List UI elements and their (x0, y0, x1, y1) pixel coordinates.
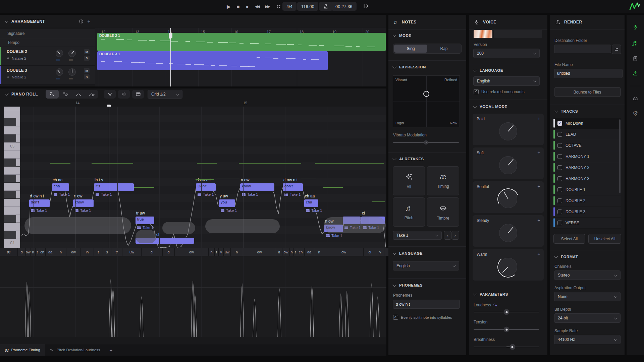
phoneme-cell[interactable]: n (55, 248, 66, 256)
track-checkbox[interactable] (557, 143, 562, 148)
browse-folder-button[interactable] (612, 45, 621, 54)
select-all-button[interactable]: Select All (553, 234, 585, 244)
lane-tab-phoneme-timing[interactable]: æPhoneme Timing (0, 344, 45, 356)
piano-key-as4[interactable] (4, 159, 20, 167)
mute-button[interactable]: M (84, 68, 90, 73)
phoneme-cell[interactable]: n (231, 248, 243, 256)
track-volume-knob[interactable] (56, 68, 63, 76)
phoneme-cell[interactable]: ow (324, 248, 363, 256)
phoneme-cell[interactable]: n (290, 248, 293, 256)
phoneme-cell[interactable]: y (219, 248, 223, 256)
split-syllables-checkbox[interactable] (393, 315, 398, 320)
track-checkbox[interactable] (557, 165, 562, 170)
render-track-row-octave[interactable]: OCTAVE (553, 140, 621, 151)
relaxed-consonants-checkbox[interactable] (474, 89, 479, 94)
midi-note[interactable]: true (136, 217, 154, 224)
mode-collapse-icon[interactable] (392, 33, 396, 37)
fast-forward-button[interactable]: ▶▶ (265, 5, 270, 8)
metronome-toggle-icon[interactable] (319, 2, 333, 11)
arrangement-timeline[interactable]: 121314151617181920DOUBLE 2 1DOUBLE 3 1 (95, 28, 386, 86)
phoneme-cell[interactable]: uw (122, 248, 141, 256)
bit-depth-select[interactable]: 24-bit (554, 313, 621, 323)
arrangement-track-header[interactable]: DOUBLE 2Natalie 2ılılılılMS (0, 47, 95, 66)
phoneme-cell[interactable]: t (36, 248, 39, 256)
relaxed-consonants-row[interactable]: Use relaxed consonants (474, 89, 525, 94)
midi-note[interactable]: know (73, 199, 94, 207)
xy-pad-handle[interactable] (423, 91, 429, 97)
vocal-mode-add-icon[interactable]: + (537, 149, 540, 155)
phoneme-cell[interactable]: uw (224, 248, 230, 256)
track-checkbox[interactable] (557, 176, 562, 181)
slider-handle[interactable] (509, 344, 515, 350)
render-track-row-mix-down[interactable]: Mix Down (553, 118, 621, 129)
track-checkbox[interactable] (557, 221, 562, 225)
take-label[interactable]: Take 1 (31, 208, 47, 213)
piano-key-cs4[interactable] (4, 231, 20, 239)
unselect-all-button[interactable]: Unselect All (588, 234, 621, 244)
vibrato-modulation-slider[interactable] (393, 142, 459, 143)
take-select[interactable]: Take 1 (393, 231, 442, 240)
phoneme-cell[interactable]: d (18, 248, 25, 256)
piano-key-g4[interactable] (4, 183, 20, 191)
cloud-sync-icon[interactable] (632, 96, 638, 102)
retake-timbre-button[interactable]: Timbre (427, 197, 459, 227)
vocal-mode-add-icon[interactable]: + (537, 183, 540, 189)
piano-key-ds5[interactable] (4, 118, 20, 126)
add-lane-icon[interactable]: + (110, 347, 113, 353)
phoneme-cell[interactable]: n (314, 248, 324, 256)
vocal-mode-add-icon[interactable]: + (537, 217, 540, 223)
format-collapse-icon[interactable] (554, 254, 558, 258)
piano-key-ds4[interactable] (4, 215, 20, 223)
vocal-mode-knob[interactable] (499, 156, 517, 174)
piano-key-e4[interactable] (4, 207, 20, 215)
add-track-icon[interactable]: + (87, 18, 90, 24)
track-checkbox[interactable] (557, 154, 562, 159)
take-label[interactable]: Take 1 (74, 208, 91, 213)
midi-note[interactable]: don't (283, 183, 303, 191)
vocal-mode-add-icon[interactable]: + (537, 116, 540, 121)
track-voice[interactable]: Natalie 2 (6, 56, 26, 60)
stop-button[interactable]: ■ (237, 4, 240, 9)
voice-language-select[interactable]: English (473, 76, 540, 86)
arrangement-track-header[interactable]: DOUBLE 3Natalie 2ılılılılMS (0, 66, 95, 84)
take-label[interactable]: Take 1 (241, 192, 258, 196)
arrangement-collapse-icon[interactable] (5, 19, 8, 22)
retake-film-tool[interactable] (132, 90, 144, 99)
note-canvas[interactable]: d ow n tdon'tTake 1ch aachaTake 1n owkno… (20, 107, 386, 248)
mode-option-rap[interactable]: Rap (427, 45, 461, 53)
take-label[interactable]: Take 1 (284, 192, 301, 196)
midi-note[interactable]: Don't (196, 183, 216, 191)
render-track-row-double-3[interactable]: DOUBLE 3 (553, 206, 621, 218)
phoneme-cell[interactable]: cl (364, 248, 376, 256)
vocal-mode-bold[interactable]: Bold+ (473, 114, 544, 145)
slider-handle[interactable] (504, 309, 509, 315)
render-track-row-harmony-2[interactable]: HARMONY 2 (553, 162, 621, 173)
solo-button[interactable]: S (84, 56, 90, 61)
render-track-row-double-1[interactable]: DOUBLE 1 (553, 184, 621, 195)
record-button[interactable]: ● (246, 4, 249, 9)
phoneme-cell[interactable]: t (294, 248, 297, 256)
curve-draw-tool[interactable] (85, 90, 98, 99)
expression-xy-pad[interactable]: Vibrant Refined Rigid Raw (393, 75, 460, 127)
phoneme-cell[interactable]: aa (46, 248, 55, 256)
piano-key-a4[interactable] (4, 167, 20, 175)
phoneme-cell[interactable]: cl (142, 248, 162, 256)
channels-select[interactable]: Stereo (554, 270, 621, 280)
play-button[interactable]: ▶ (227, 4, 231, 9)
vocal-mode-knob[interactable] (499, 190, 517, 208)
vocal-mode-collapse-icon[interactable] (473, 104, 477, 108)
loop-button[interactable] (276, 4, 281, 9)
vocal-mode-warm[interactable]: Warm+ (473, 249, 544, 281)
phonemes-collapse-icon[interactable] (392, 283, 396, 287)
render-upload-icon[interactable] (632, 70, 638, 76)
phoneme-cell[interactable]: d (276, 248, 282, 256)
phoneme-cell[interactable]: t (94, 248, 103, 256)
piano-keys[interactable]: C5C4 (4, 107, 20, 248)
select-tool[interactable] (46, 90, 59, 99)
track-checkbox[interactable] (557, 187, 562, 192)
track-pan-knob[interactable] (68, 68, 76, 76)
grid-select[interactable]: Grid 1/2 (148, 90, 182, 99)
vocal-mode-steady[interactable]: Steady+ (473, 215, 544, 247)
next-take-button[interactable]: › (451, 231, 459, 240)
expression-collapse-icon[interactable] (392, 65, 396, 68)
